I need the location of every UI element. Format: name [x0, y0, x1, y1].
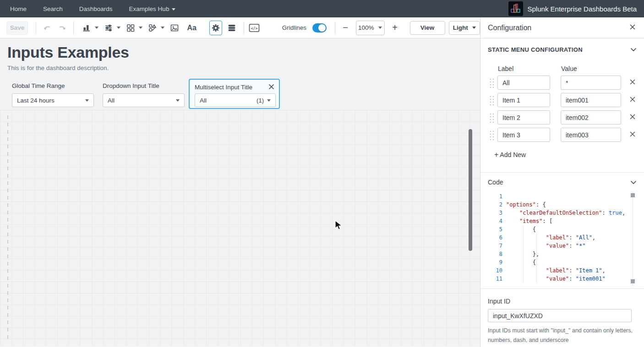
dropdown-input: Dropdown Input Title All: [103, 82, 185, 107]
drag-handle-icon[interactable]: [489, 94, 494, 106]
row-label-input[interactable]: [497, 76, 550, 90]
dropdown-select[interactable]: All: [103, 93, 185, 107]
row-value-input[interactable]: [561, 110, 621, 125]
data-sources-icon[interactable]: [226, 21, 239, 35]
chevron-down-icon: [472, 27, 476, 29]
code-line: 3 "clearDefaultOnSelection": true,: [488, 209, 637, 217]
delete-row-icon[interactable]: [628, 78, 637, 88]
row-value-input[interactable]: [561, 93, 621, 107]
row-label-input[interactable]: [497, 128, 550, 142]
static-menu-configuration-section: STATIC MENU CONFIGURATION Label Value: [480, 38, 644, 172]
row-value-input[interactable]: [561, 128, 621, 142]
canvas-gridlines: [0, 110, 480, 347]
nav-item-label: Search: [43, 5, 63, 12]
time-range-dropdown[interactable]: Last 24 hours: [12, 93, 94, 107]
input-id-label: Input ID: [488, 298, 637, 305]
column-headers: Label Value: [488, 65, 637, 72]
dropdown-value: All: [108, 97, 115, 104]
menu-row: [488, 110, 637, 125]
nav-item-home[interactable]: Home: [10, 5, 27, 12]
gridlines-toggle[interactable]: [312, 23, 327, 33]
multiselect-value: All: [200, 97, 207, 104]
nav-item-search[interactable]: Search: [43, 5, 63, 12]
input-label: Dropdown Input Title: [103, 82, 185, 89]
zoom-out-button[interactable]: −: [341, 22, 350, 33]
code-editor[interactable]: 12"options": {3 "clearDefaultOnSelection…: [488, 192, 637, 286]
nav-item-dashboards[interactable]: Dashboards: [79, 5, 113, 12]
canvas-edge-guide: [7, 115, 8, 342]
zoom-level-dropdown[interactable]: 100%: [356, 21, 385, 35]
view-button[interactable]: View: [410, 21, 445, 35]
multiselect-input-selected[interactable]: Multiselect Input Title All (1): [189, 79, 280, 109]
configuration-header: Configuration: [480, 17, 644, 38]
undo-icon[interactable]: [41, 21, 54, 35]
add-new-button[interactable]: + Add New: [494, 151, 526, 159]
row-value-input[interactable]: [561, 76, 621, 90]
input-label: Global Time Range: [12, 82, 94, 89]
divider: [335, 22, 335, 34]
chevron-down-icon[interactable]: [95, 27, 98, 29]
multiselect-select[interactable]: All (1): [195, 93, 276, 107]
chevron-down-icon: [172, 8, 175, 11]
theme-label: Light: [453, 24, 468, 31]
drag-handle-icon[interactable]: [489, 129, 494, 141]
add-new-label: Add New: [500, 151, 526, 158]
close-panel-icon[interactable]: [628, 23, 637, 33]
chevron-down-icon[interactable]: [630, 45, 637, 54]
configuration-panel: Configuration STATIC MENU CONFIGURATION …: [480, 17, 644, 347]
divider: [244, 22, 244, 34]
code-line: 8 },: [488, 250, 637, 258]
add-text-icon[interactable]: Aa: [185, 21, 199, 35]
chevron-down-icon[interactable]: [139, 27, 142, 29]
add-shape-icon[interactable]: [145, 21, 160, 35]
code-line: 5 {: [488, 225, 637, 233]
section-header[interactable]: STATIC MENU CONFIGURATION: [488, 45, 637, 54]
redo-icon[interactable]: [56, 21, 69, 35]
zoom-in-button[interactable]: +: [390, 22, 400, 33]
plus-icon: +: [494, 151, 498, 159]
divider: [36, 22, 36, 34]
chevron-down-icon: [378, 27, 382, 29]
code-resize-handle[interactable]: [631, 279, 635, 283]
drag-handle-icon[interactable]: [489, 77, 494, 89]
chevron-down-icon: [267, 99, 271, 102]
code-section: Code 12"options": {3 "clearDefaultOnSele…: [480, 172, 644, 288]
input-id-field[interactable]: [488, 309, 632, 322]
add-chart-icon[interactable]: [79, 21, 94, 35]
input-label: Multiselect Input Title: [195, 84, 252, 91]
nav-item-examples-hub[interactable]: Examples Hub: [129, 5, 176, 12]
remove-input-icon[interactable]: [267, 82, 275, 92]
theme-dropdown-button[interactable]: Light: [449, 21, 480, 35]
code-lines: 12"options": {3 "clearDefaultOnSelection…: [488, 192, 637, 283]
dashboard-description: This is for the dashboard description.: [7, 65, 109, 71]
svg-text:</>: </>: [251, 26, 258, 30]
menu-row: [488, 128, 637, 142]
section-header[interactable]: Code: [488, 178, 637, 186]
add-image-icon[interactable]: [167, 21, 182, 35]
configuration-mode-icon[interactable]: [209, 21, 222, 35]
multiselect-count: (1): [257, 97, 264, 104]
nav-items: Home Search Dashboards Examples Hub: [0, 5, 175, 12]
delete-row-icon[interactable]: [628, 95, 637, 105]
save-button[interactable]: Save: [6, 21, 28, 35]
layout-grid-icon[interactable]: [123, 21, 138, 35]
source-code-icon[interactable]: </>: [248, 21, 261, 35]
top-navbar: Home Search Dashboards Examples Hub Splu…: [0, 0, 644, 17]
chevron-down-icon[interactable]: [161, 27, 164, 29]
code-scrollbar-thumb[interactable]: [631, 193, 635, 197]
chevron-down-icon[interactable]: [117, 27, 120, 29]
nav-item-label: Examples Hub: [129, 5, 169, 12]
delete-row-icon[interactable]: [628, 130, 637, 140]
section-title: STATIC MENU CONFIGURATION: [488, 46, 583, 53]
row-label-input[interactable]: [497, 93, 550, 107]
dashboard-canvas[interactable]: Inputs Examples This is for the dashboar…: [0, 38, 480, 347]
row-label-input[interactable]: [497, 110, 550, 125]
add-input-icon[interactable]: [101, 21, 116, 35]
delete-row-icon[interactable]: [628, 113, 637, 123]
time-range-value: Last 24 hours: [17, 97, 55, 104]
toggle-knob: [318, 24, 326, 32]
chevron-down-icon[interactable]: [630, 178, 637, 186]
canvas-scrollbar-thumb[interactable]: [469, 129, 472, 251]
code-scrollbar-track: [633, 192, 633, 286]
drag-handle-icon[interactable]: [489, 112, 494, 124]
